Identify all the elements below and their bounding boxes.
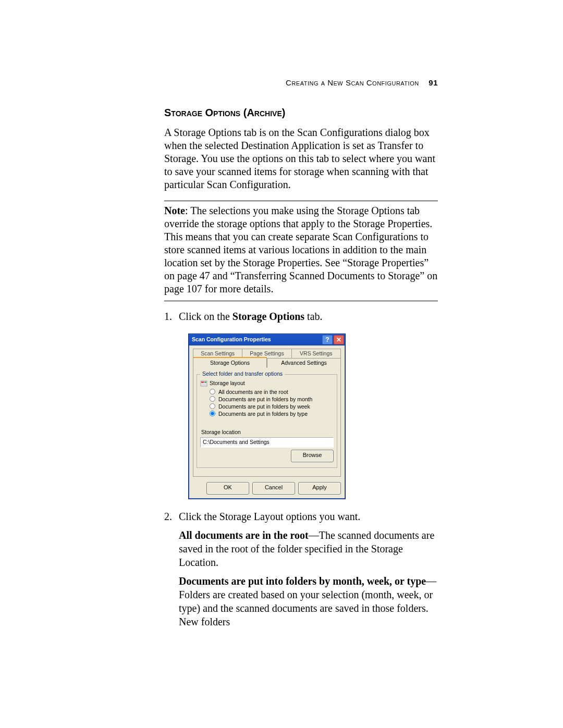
- radio-month-label: Documents are put in folders by month: [218, 396, 312, 403]
- group-title: Select folder and transfer options: [200, 371, 285, 378]
- step-number: 1.: [164, 310, 179, 502]
- storage-layout-label: Storage layout: [210, 380, 245, 387]
- tab-strip: Scan Settings Page Settings VRS Settings…: [193, 349, 341, 477]
- close-button[interactable]: ✕: [334, 335, 344, 344]
- tab-panel-storage-options: Select folder and transfer options: [193, 368, 341, 477]
- storage-layout-icon: [200, 380, 207, 387]
- section-heading: Storage Options (Archive): [164, 107, 438, 119]
- radio-week[interactable]: Documents are put in folders by week: [210, 403, 334, 410]
- cancel-button[interactable]: Cancel: [252, 482, 295, 495]
- step-1-text-a: Click on the: [179, 311, 232, 322]
- step-2: 2. Click the Storage Layout options you …: [164, 510, 438, 628]
- radio-week-input[interactable]: [210, 403, 215, 409]
- svg-rect-1: [201, 381, 204, 383]
- apply-button[interactable]: Apply: [298, 482, 341, 495]
- note-body: : The selections you make using the Stor…: [164, 205, 437, 294]
- step-1-text-bold: Storage Options: [232, 311, 304, 322]
- tab-storage-options[interactable]: Storage Options: [193, 357, 267, 368]
- dialog-title: Scan Configuration Properties: [192, 336, 271, 343]
- page-number: 91: [429, 78, 438, 87]
- note-label: Note: [164, 205, 185, 216]
- note-block: Note: The selections you make using the …: [164, 201, 438, 301]
- radio-root[interactable]: All documents are in the root: [210, 388, 334, 396]
- scan-config-dialog: Scan Configuration Properties ? ✕ Scan S…: [188, 334, 346, 499]
- tab-vrs-settings[interactable]: VRS Settings: [292, 349, 341, 359]
- radio-month-input[interactable]: [210, 396, 215, 402]
- step-2-bold-root: All documents are in the root: [179, 529, 309, 541]
- step-number: 2.: [164, 510, 179, 628]
- help-button[interactable]: ?: [322, 335, 333, 344]
- browse-button[interactable]: Browse: [291, 450, 334, 462]
- step-list: 1. Click on the Storage Options tab. Sca…: [164, 310, 438, 628]
- close-icon: ✕: [336, 337, 341, 343]
- folder-transfer-group: Select folder and transfer options: [197, 374, 337, 467]
- storage-location-value[interactable]: C:\Documents and Settings: [200, 437, 334, 448]
- step-2-text: Click the Storage Layout options you wan…: [179, 510, 438, 523]
- svg-rect-2: [204, 381, 206, 383]
- dialog-titlebar: Scan Configuration Properties ? ✕: [189, 334, 345, 346]
- ok-button[interactable]: OK: [206, 482, 249, 495]
- radio-week-label: Documents are put in folders by week: [218, 403, 310, 410]
- step-2-bold-folders: Documents are put into folders by month,…: [179, 575, 426, 587]
- document-page: Creating a New Scan Configuration 91 Sto…: [0, 0, 563, 728]
- radio-type[interactable]: Documents are put in folders by type: [210, 410, 334, 417]
- help-icon: ?: [325, 337, 329, 343]
- radio-type-label: Documents are put in folders by type: [218, 410, 308, 417]
- storage-location-label: Storage location: [200, 429, 334, 436]
- radio-root-label: All documents are in the root: [218, 388, 288, 396]
- section-intro: A Storage Options tab is on the Scan Con…: [164, 126, 438, 191]
- radio-type-input[interactable]: [210, 411, 215, 416]
- radio-month[interactable]: Documents are put in folders by month: [210, 396, 334, 403]
- radio-root-input[interactable]: [210, 389, 215, 394]
- svg-rect-3: [201, 384, 206, 386]
- step-1: 1. Click on the Storage Options tab. Sca…: [164, 310, 438, 502]
- running-title: Creating a New Scan Configuration: [286, 78, 419, 87]
- storage-layout-radios: All documents are in the root Documents …: [210, 388, 334, 417]
- tab-advanced-settings[interactable]: Advanced Settings: [267, 358, 341, 368]
- step-1-text-c: tab.: [304, 311, 322, 322]
- running-header: Creating a New Scan Configuration 91: [286, 78, 438, 87]
- dialog-button-row: OK Cancel Apply: [193, 482, 341, 495]
